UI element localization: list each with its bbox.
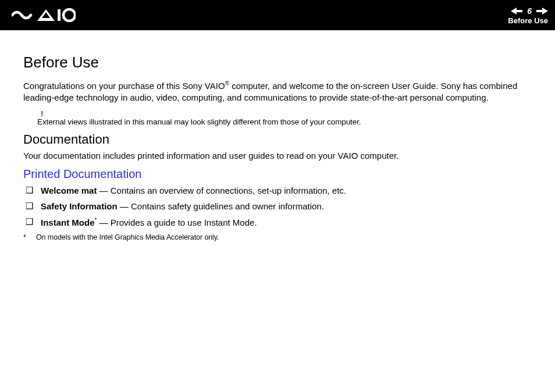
printed-doc-list: ❑ Welcome mat — Contains an overview of … [23, 186, 532, 227]
svg-point-1 [63, 9, 75, 21]
list-item: ❑ Instant Mode* — Provides a guide to us… [26, 217, 532, 227]
header-bar: 6 N Before Use [0, 0, 555, 30]
documentation-body: Your documentation includes printed info… [23, 151, 532, 161]
intro-text-before: Congratulations on your purchase of this… [23, 81, 225, 91]
svg-rect-3 [517, 10, 522, 12]
svg-rect-4 [536, 10, 542, 12]
item-name: Safety Information [41, 201, 118, 211]
bullet-icon: ❑ [26, 201, 34, 210]
svg-rect-0 [58, 9, 61, 21]
footnote-text: On models with the Intel Graphics Media … [36, 233, 219, 241]
item-desc: — Contains safety guidelines and owner i… [118, 201, 324, 211]
printed-doc-heading: Printed Documentation [23, 168, 532, 181]
prev-page-arrow-icon[interactable] [511, 8, 522, 15]
item-desc: — Contains an overview of connections, s… [97, 186, 346, 195]
item-name: Welcome mat [41, 186, 97, 195]
next-page-arrow-icon[interactable] [536, 8, 548, 15]
item-desc: — Provides a guide to use Instant Mode. [97, 218, 257, 227]
document-body: Before Use Congratulations on your purch… [0, 30, 555, 241]
page-number: 6 [527, 6, 532, 16]
list-item: ❑ Welcome mat — Contains an overview of … [26, 186, 532, 195]
vaio-logo [12, 8, 76, 22]
registered-mark: ® [225, 80, 229, 87]
bullet-icon: ❑ [26, 186, 34, 194]
svg-marker-2 [511, 8, 517, 15]
warning-icon: ! [41, 110, 532, 117]
footnote-marker: * [23, 233, 30, 241]
page-nav: 6 N [511, 6, 548, 16]
intro-paragraph: Congratulations on your purchase of this… [23, 80, 532, 104]
footnote: * On models with the Intel Graphics Medi… [23, 233, 532, 241]
section-label: Before Use [508, 17, 548, 24]
page-title: Before Use [23, 54, 532, 72]
documentation-heading: Documentation [23, 132, 532, 147]
notice-text: External views illustrated in this manua… [37, 117, 532, 126]
svg-marker-5 [542, 8, 548, 15]
bullet-icon: ❑ [26, 217, 34, 226]
notice-block: ! External views illustrated in this man… [37, 110, 532, 126]
item-name: Instant Mode [41, 218, 95, 227]
list-item: ❑ Safety Information — Contains safety g… [26, 201, 532, 211]
